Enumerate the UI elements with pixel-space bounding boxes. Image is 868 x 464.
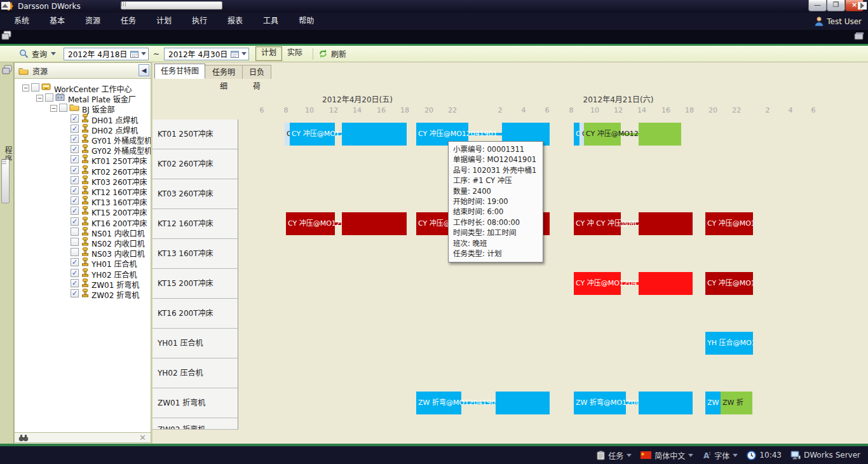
- panel-close-icon[interactable]: ✕: [139, 433, 146, 442]
- tree-expander-icon[interactable]: −: [22, 85, 29, 92]
- tree-item-YH02[interactable]: ✓YH02 压合机: [15, 268, 151, 278]
- task-bar[interactable]: ZW: [705, 392, 721, 414]
- tree-item-KT13[interactable]: ✓KT13 160T冲床: [15, 196, 151, 206]
- status-item-clock[interactable]: 10:43: [747, 451, 782, 460]
- tree-item-Metal[interactable]: −Metal Plate 钣金厂: [15, 93, 151, 103]
- status-item-server[interactable]: DWorks Server: [790, 451, 860, 460]
- task-bar[interactable]: CY 冲 CY 冲压@MO12041904: [574, 212, 621, 235]
- task-bar[interactable]: CY 冲压@MO1: [705, 272, 753, 295]
- panel-collapse-button[interactable]: ◀: [139, 64, 149, 76]
- tree-item-ZW01[interactable]: ✓ZW01 折弯机: [15, 278, 151, 289]
- search-dropdown-icon[interactable]: [51, 52, 56, 55]
- tree-item-KT02[interactable]: ✓KT02 260T冲床: [15, 165, 151, 175]
- status-item-language[interactable]: 简体中文: [641, 450, 693, 461]
- menu-item-9[interactable]: 帮助: [288, 13, 324, 30]
- vertical-scroll-thumb[interactable]: [1, 159, 10, 203]
- row-header-YH02[interactable]: YH02 压合机: [153, 358, 238, 388]
- tree-checkbox[interactable]: ✓: [71, 279, 79, 287]
- task-bar[interactable]: CY 冲压@MO12041901: [290, 123, 335, 146]
- tree-checkbox[interactable]: ✓: [71, 289, 79, 297]
- tree-checkbox[interactable]: [59, 104, 67, 112]
- tree-checkbox[interactable]: ✓: [71, 114, 79, 123]
- tree-item-DH02[interactable]: ✓DH02 点焊机: [15, 124, 151, 134]
- scroll-up-button[interactable]: [1, 2, 9, 10]
- search-button[interactable]: 查询: [32, 48, 47, 59]
- row-header-YH01[interactable]: YH01 压合机: [153, 329, 238, 358]
- task-bar[interactable]: YH 压合@MO1: [705, 332, 753, 355]
- tree-expander-icon[interactable]: −: [36, 95, 43, 102]
- horizontal-scroll-thumb[interactable]: [121, 1, 222, 10]
- date-to-dropdown-icon[interactable]: [241, 52, 247, 55]
- dropdown-caret-icon[interactable]: [733, 454, 738, 457]
- task-bar[interactable]: CY 冲压@MO12041903: [574, 272, 621, 295]
- task-bar[interactable]: ZW 折弯@MO12041901: [416, 392, 461, 414]
- tree-item-NS01[interactable]: NS01 内收口机: [15, 227, 151, 237]
- row-header-KT12[interactable]: KT12 160T冲床: [153, 209, 238, 239]
- gantt-tab-2[interactable]: 任务明细: [205, 65, 243, 79]
- tree-item-KT16[interactable]: ✓KT16 200T冲床: [15, 217, 151, 227]
- menu-item-6[interactable]: 执行: [182, 13, 217, 30]
- gantt-tab-3[interactable]: 日负荷: [242, 65, 271, 79]
- tree-item-WorkCenter[interactable]: −WorkCenter 工作中心: [15, 83, 151, 93]
- tree-item-GY02[interactable]: ✓GY02 外桶成型机: [15, 144, 151, 154]
- tree-item-GY01[interactable]: ✓GY01 外桶成型机: [15, 134, 151, 144]
- tree-checkbox[interactable]: ✓: [71, 186, 79, 194]
- tree-checkbox[interactable]: ✓: [71, 166, 79, 174]
- tree-checkbox[interactable]: [31, 83, 39, 92]
- task-bar[interactable]: [342, 212, 407, 235]
- row-header-ZW01[interactable]: ZW01 折弯机: [153, 388, 238, 418]
- task-bar[interactable]: ZW 折弯@MO12041901: [574, 392, 626, 414]
- menu-item-8[interactable]: 工具: [253, 13, 288, 30]
- tree-expander-icon[interactable]: −: [50, 105, 57, 112]
- tree-item-YH01[interactable]: ✓YH01 压合机: [15, 257, 151, 268]
- menu-item-5[interactable]: 计划: [146, 13, 182, 30]
- tree-checkbox[interactable]: ✓: [71, 125, 79, 133]
- task-bar[interactable]: ZW 折: [721, 392, 752, 414]
- task-bar[interactable]: [639, 123, 681, 146]
- task-bar[interactable]: [342, 123, 407, 146]
- window-list-icon[interactable]: [854, 32, 864, 40]
- tree-item-DH01[interactable]: ✓DH01 点焊机: [15, 114, 151, 124]
- tree-item-KT03[interactable]: ✓KT03 260T冲床: [15, 175, 151, 186]
- row-header-KT01[interactable]: KT01 250T冲床: [153, 119, 238, 149]
- task-bar[interactable]: CY 冲压@MO1: [705, 212, 753, 235]
- status-item-font[interactable]: A字体: [702, 450, 738, 461]
- tree-checkbox[interactable]: [71, 228, 79, 236]
- task-bar[interactable]: C: [285, 123, 290, 146]
- tree-checkbox[interactable]: [71, 238, 79, 246]
- window-stack-icon[interactable]: [1, 31, 12, 41]
- tree-checkbox[interactable]: ✓: [71, 176, 79, 184]
- task-bar[interactable]: [639, 272, 693, 295]
- row-header-KT02[interactable]: KT02 260T冲床: [153, 149, 238, 179]
- task-bar[interactable]: [639, 212, 693, 235]
- restore-button[interactable]: ❐: [827, 0, 845, 11]
- task-bar[interactable]: CY 冲压@MO12041902: [584, 123, 621, 146]
- task-bar[interactable]: [639, 392, 693, 414]
- row-header-KT13[interactable]: KT13 160T冲床: [153, 239, 238, 269]
- tree-item-KT15[interactable]: ✓KT15 200T冲床: [15, 206, 151, 216]
- tree-checkbox[interactable]: ✓: [71, 258, 79, 266]
- minimize-button[interactable]: —: [808, 0, 827, 11]
- status-item-task[interactable]: 任务: [597, 450, 632, 461]
- tree-checkbox[interactable]: ✓: [71, 269, 79, 277]
- plan-toggle-button[interactable]: 计划: [255, 46, 282, 61]
- dropdown-caret-icon[interactable]: [688, 454, 693, 457]
- tree-checkbox[interactable]: ✓: [71, 155, 79, 163]
- tree-item-KT01[interactable]: ✓KT01 250T冲床: [15, 154, 151, 165]
- tree-checkbox[interactable]: [71, 248, 79, 256]
- row-header-KT03[interactable]: KT03 260T冲床: [153, 179, 238, 209]
- task-bar[interactable]: CY 冲压@MO12041904: [286, 212, 335, 235]
- row-header-KT16[interactable]: KT16 200T冲床: [153, 299, 238, 329]
- tree-checkbox[interactable]: ✓: [71, 217, 79, 226]
- program-panel-icon[interactable]: [2, 65, 13, 75]
- menu-item-1[interactable]: 系统: [4, 13, 39, 30]
- find-icon[interactable]: [18, 434, 29, 442]
- row-header-KT15[interactable]: KT15 200T冲床: [153, 269, 238, 299]
- actual-toggle-button[interactable]: 实际: [282, 47, 308, 60]
- dropdown-caret-icon[interactable]: [627, 454, 632, 457]
- scroll-right-button[interactable]: [858, 2, 867, 10]
- date-from-dropdown-icon[interactable]: [141, 52, 146, 55]
- menu-item-4[interactable]: 任务: [111, 13, 146, 30]
- tree-item-KT12[interactable]: ✓KT12 160T冲床: [15, 186, 151, 196]
- refresh-button[interactable]: 刷新: [331, 48, 346, 59]
